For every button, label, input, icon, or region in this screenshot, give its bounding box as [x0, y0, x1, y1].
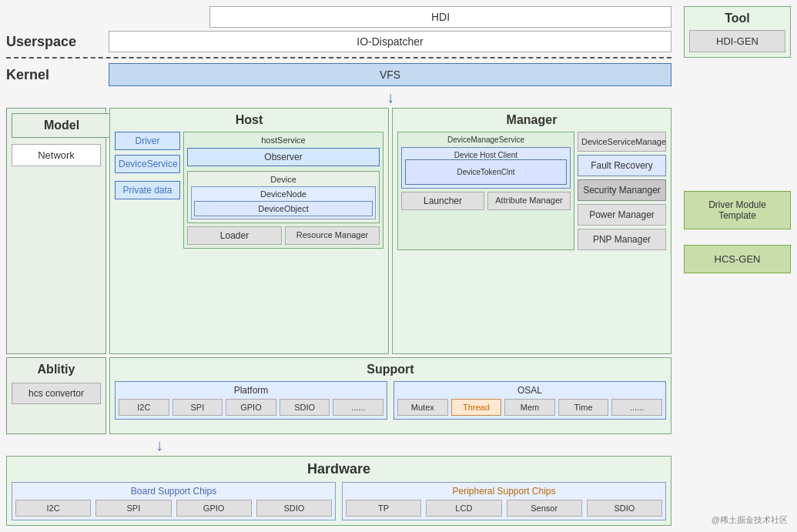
host-section: Host Driver DeviceService Private data h…: [109, 108, 389, 354]
hardware-arrow-down: ↓: [156, 437, 163, 453]
hardware-section: Hardware Board Support Chips I2C SPI GPI…: [6, 456, 671, 526]
board-sdio: SDIO: [256, 500, 332, 517]
device-token-box: DeviceTokenClnt: [405, 159, 567, 185]
platform-more: ......: [333, 399, 383, 416]
driver-box: Driver: [115, 132, 180, 150]
resource-manager-box: Resource Manager: [285, 226, 380, 245]
hcs-gen-box: HCS-GEN: [684, 245, 791, 273]
pnp-manager-box: PNP Manager: [578, 229, 666, 250]
peripheral-items: TP LCD Sensor SDIO: [346, 500, 662, 517]
peripheral-sdio: SDIO: [587, 500, 662, 517]
peripheral-support-title: Peripheral Support Chips: [346, 486, 662, 497]
model-section: Model Network: [6, 108, 106, 354]
loader-box: Loader: [187, 226, 282, 245]
userspace-label: Userspace: [6, 34, 102, 50]
osal-items: Mutex Thread Mem Time ......: [397, 399, 662, 416]
device-service-manage-box: DeviceServiceManage: [578, 132, 666, 152]
platform-i2c: I2C: [119, 399, 169, 416]
power-manager-box: Power Manager: [578, 204, 666, 226]
observer-box: Observer: [187, 148, 380, 166]
attr-manager-box: Attribute Manager: [487, 192, 571, 210]
board-spi: SPI: [95, 500, 171, 517]
peripheral-tp: TP: [346, 500, 421, 517]
osal-mutex: Mutex: [397, 399, 448, 416]
board-i2c: I2C: [15, 500, 91, 517]
kernel-label: Kernel: [6, 67, 102, 83]
board-items: I2C SPI GPIO SDIO: [15, 500, 332, 517]
platform-items: I2C SPI GPIO SDIO ......: [119, 399, 383, 416]
peripheral-lcd: LCD: [426, 500, 501, 517]
devicenode-box: DeviceNode DeviceObject: [191, 186, 376, 219]
osal-block: OSAL Mutex Thread Mem Time ......: [393, 381, 666, 420]
platform-sdio: SDIO: [280, 399, 330, 416]
support-section: Support Platform I2C SPI GPIO SDIO .....…: [109, 357, 671, 434]
board-support-block: Board Support Chips I2C SPI GPIO SDIO: [12, 482, 336, 520]
ability-section: Ablitiy hcs convertor: [6, 357, 106, 434]
device-host-client-box: Device Host Client DeviceTokenClnt: [401, 147, 571, 189]
deviceobject-box: DeviceObject: [194, 201, 373, 216]
board-support-title: Board Support Chips: [15, 486, 332, 497]
driver-module-template-box: Driver Module Template: [684, 191, 791, 229]
hdi-gen-box: HDI-GEN: [689, 30, 785, 52]
device-nested: Device DeviceNode DeviceObject: [187, 171, 380, 223]
osal-thread: Thread: [451, 399, 502, 416]
peripheral-sensor: Sensor: [507, 500, 582, 517]
right-manager-block: DeviceServiceManage Fault Recovery Secur…: [578, 132, 666, 250]
support-title: Support: [115, 363, 666, 376]
manager-title: Manager: [397, 113, 666, 127]
board-gpio: GPIO: [176, 500, 252, 517]
devservice-box: DeviceService: [115, 155, 180, 173]
osal-title: OSAL: [397, 385, 662, 396]
osal-time: Time: [558, 399, 609, 416]
dhc-title: Device Host Client: [405, 151, 567, 159]
tool-section: Tool HDI-GEN: [684, 6, 791, 58]
io-dispatcher-bar: IO-Dispatcher: [109, 31, 671, 52]
peripheral-support-block: Peripheral Support Chips TP LCD Sensor S…: [342, 482, 666, 520]
model-title: Model: [12, 113, 112, 138]
platform-block: Platform I2C SPI GPIO SDIO ......: [115, 381, 387, 420]
private-data-box: Private data: [115, 181, 180, 199]
host-service-block: hostService Observer Device DeviceNode D…: [183, 132, 383, 249]
hardware-title: Hardware: [12, 461, 666, 477]
host-service-title: hostService: [187, 136, 380, 145]
vfs-arrow-down: ↓: [387, 89, 394, 105]
ability-title: Ablitiy: [12, 363, 101, 376]
host-title: Host: [115, 113, 383, 127]
manager-section: Manager DeviceManageService Device Host …: [392, 108, 671, 354]
watermark: @稀土掘金技术社区: [712, 514, 788, 526]
dms-title: DeviceManageService: [401, 136, 571, 144]
device-title: Device: [191, 175, 376, 184]
platform-title: Platform: [119, 385, 383, 396]
tool-title: Tool: [689, 12, 785, 25]
hdi-bar: HDI: [209, 6, 671, 28]
device-manage-service-block: DeviceManageService Device Host Client D…: [397, 132, 574, 250]
hcs-convertor-box: hcs convertor: [12, 383, 101, 404]
launcher-box: Launcher: [401, 192, 484, 210]
vfs-bar: VFS: [109, 63, 671, 86]
fault-recovery-box: Fault Recovery: [578, 155, 666, 176]
security-manager-box: Security Mananger: [578, 179, 666, 201]
dashed-divider: [6, 57, 671, 59]
platform-spi: SPI: [172, 399, 223, 416]
osal-mem: Mem: [504, 399, 555, 416]
osal-more: ......: [611, 399, 662, 416]
devicenode-title: DeviceNode: [194, 189, 373, 199]
network-box: Network: [12, 144, 101, 166]
platform-gpio: GPIO: [226, 399, 276, 416]
